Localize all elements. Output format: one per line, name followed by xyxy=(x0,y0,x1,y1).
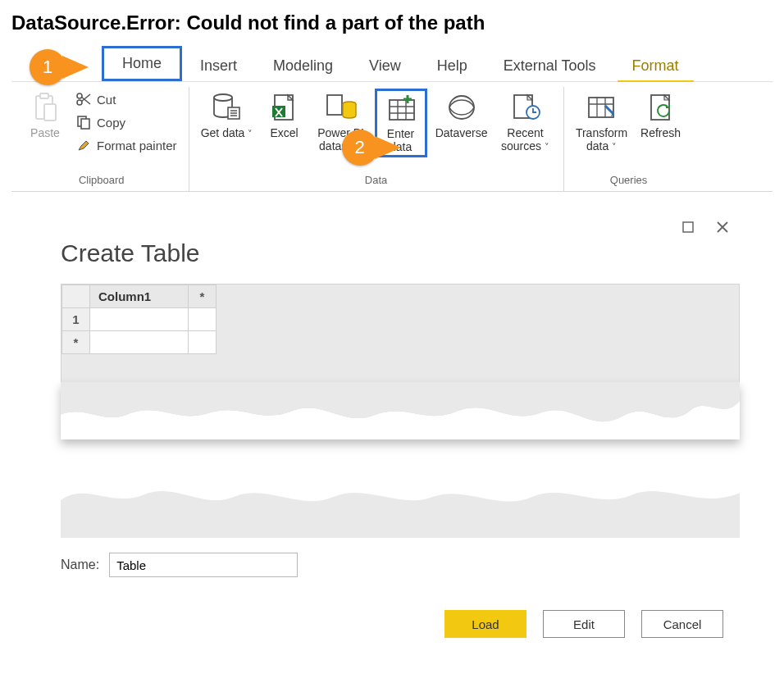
recent-sources-label: Recent sources xyxy=(496,126,555,153)
ribbon-body: Paste Cut Copy xyxy=(11,82,773,192)
tab-external-tools[interactable]: External Tools xyxy=(485,51,614,81)
add-row-cell[interactable]: * xyxy=(62,331,90,354)
copy-icon xyxy=(75,115,92,130)
group-data-title: Data xyxy=(365,171,387,191)
format-painter-button[interactable]: Format painter xyxy=(72,136,180,154)
group-clipboard: Paste Cut Copy xyxy=(15,87,189,191)
refresh-button[interactable]: Refresh xyxy=(636,89,686,139)
svg-rect-2 xyxy=(44,104,56,121)
get-data-label: Get data xyxy=(201,126,253,139)
dataverse-button[interactable]: Dataverse xyxy=(432,89,491,139)
transform-data-button[interactable]: Transform data xyxy=(572,89,631,153)
svg-rect-19 xyxy=(683,222,693,232)
cell-r1-add xyxy=(189,308,217,331)
ribbon: 1 Home Insert Modeling View Help Externa… xyxy=(11,49,773,192)
get-data-button[interactable]: Get data xyxy=(198,89,257,139)
group-queries: Transform data Refresh Queries xyxy=(564,87,694,191)
close-button[interactable] xyxy=(715,220,730,234)
svg-rect-11 xyxy=(327,95,342,115)
group-clipboard-title: Clipboard xyxy=(79,171,125,191)
recent-icon xyxy=(509,92,542,123)
group-data: 2 Get data Excel xyxy=(189,87,564,191)
callout-1: 1 xyxy=(30,49,89,85)
svg-point-14 xyxy=(449,96,474,119)
refresh-label: Refresh xyxy=(640,126,681,139)
callout-1-tail xyxy=(62,56,89,79)
column-header-1[interactable]: Column1 xyxy=(90,285,189,308)
powerbi-datasets-icon xyxy=(325,92,358,123)
database-icon xyxy=(211,92,244,123)
add-column-cell[interactable]: * xyxy=(189,285,217,308)
corner-cell xyxy=(62,285,90,308)
tab-insert[interactable]: Insert xyxy=(182,51,255,81)
excel-label: Excel xyxy=(270,126,298,139)
cell-new-row[interactable] xyxy=(90,331,189,354)
svg-rect-13 xyxy=(390,100,414,120)
tab-format[interactable]: Format xyxy=(614,51,697,81)
paintbrush-icon xyxy=(75,138,92,153)
transform-icon xyxy=(586,92,618,123)
paste-icon xyxy=(29,92,62,123)
svg-rect-1 xyxy=(40,93,48,98)
cell-new-add xyxy=(189,331,217,354)
load-button[interactable]: Load xyxy=(444,610,526,638)
row-header-1: 1 xyxy=(62,308,90,331)
svg-rect-6 xyxy=(81,119,89,129)
torn-edge-bottom xyxy=(61,472,740,538)
enter-data-icon xyxy=(385,93,417,124)
recent-sources-button[interactable]: Recent sources xyxy=(496,89,555,153)
create-table-dialog: Create Table Column1 * 1 * xyxy=(61,220,740,638)
transform-data-label: Transform data xyxy=(572,126,631,153)
maximize-button[interactable] xyxy=(681,220,695,234)
ribbon-tabs: Home Insert Modeling View Help External … xyxy=(11,49,773,82)
cut-label: Cut xyxy=(97,93,116,107)
page-heading: DataSource.Error: Could not find a part … xyxy=(11,11,773,34)
excel-button[interactable]: Excel xyxy=(262,89,308,139)
svg-point-7 xyxy=(214,94,232,101)
dataverse-icon xyxy=(445,92,478,123)
callout-2: 2 xyxy=(342,130,401,166)
tab-home[interactable]: Home xyxy=(102,46,182,81)
group-queries-title: Queries xyxy=(610,171,648,191)
tab-view[interactable]: View xyxy=(351,51,419,81)
callout-1-bubble: 1 xyxy=(30,49,66,85)
torn-gap xyxy=(61,439,740,472)
copy-label: Copy xyxy=(97,116,125,130)
tab-modeling[interactable]: Modeling xyxy=(255,51,351,81)
edit-button[interactable]: Edit xyxy=(543,610,625,638)
excel-icon xyxy=(268,92,301,123)
paste-button[interactable]: Paste xyxy=(23,89,67,139)
format-painter-label: Format painter xyxy=(97,139,177,153)
scissors-icon xyxy=(75,92,92,107)
callout-2-bubble: 2 xyxy=(342,130,378,166)
callout-2-tail xyxy=(375,136,401,159)
paste-label: Paste xyxy=(30,126,60,139)
tab-help[interactable]: Help xyxy=(419,51,485,81)
copy-button[interactable]: Copy xyxy=(72,113,180,131)
cell-r1c1[interactable] xyxy=(90,308,189,331)
cancel-button[interactable]: Cancel xyxy=(641,610,723,638)
data-grid[interactable]: Column1 * 1 * xyxy=(61,284,740,390)
table-name-input[interactable] xyxy=(109,553,298,577)
dialog-title: Create Table xyxy=(61,239,740,267)
dataverse-label: Dataverse xyxy=(435,126,488,139)
name-label: Name: xyxy=(61,558,99,572)
svg-rect-17 xyxy=(589,98,613,117)
cut-button[interactable]: Cut xyxy=(72,90,180,108)
torn-edge-top xyxy=(61,382,740,439)
refresh-icon xyxy=(645,92,677,123)
